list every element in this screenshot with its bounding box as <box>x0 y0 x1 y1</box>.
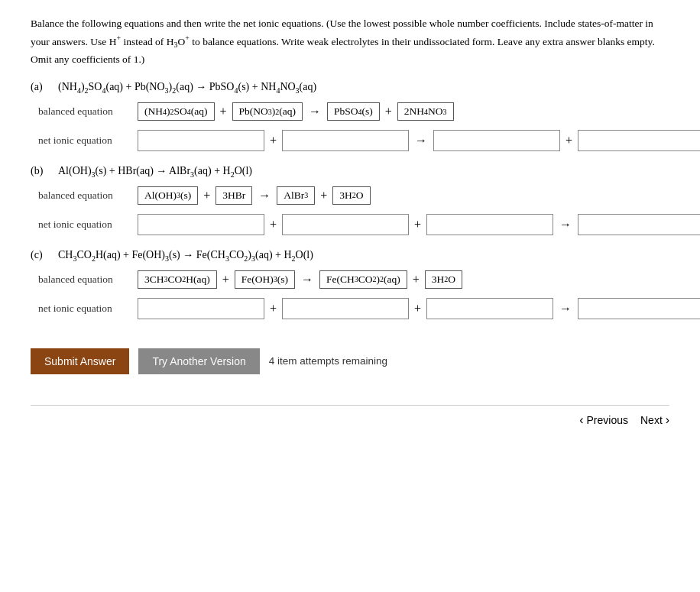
bal-a-term1: (NH4)2SO4(aq) <box>138 102 215 121</box>
section-b-net-eq: + + → + + <box>138 214 700 235</box>
bal-b-term1: Al(OH)3(s) <box>138 186 198 205</box>
section-c-balanced-row: balanced equation 3CH3CO2H(aq) + Fe(OH)3… <box>38 270 669 289</box>
net-b-input4[interactable] <box>578 214 700 235</box>
section-c-label: (c) <box>31 249 49 261</box>
balanced-equation-label-c: balanced equation <box>38 273 138 286</box>
net-b-op2: + <box>412 218 423 231</box>
section-c: (c) CH3CO2H(aq) + Fe(OH)3(s) → Fe(CH3CO2… <box>31 249 669 319</box>
chevron-left-icon: ‹ <box>579 413 583 426</box>
bal-c-term3: Fe(CH3CO2)2(aq) <box>319 270 407 289</box>
bal-a-term2: Pb(NO3)2(aq) <box>232 102 303 121</box>
bal-b-term4: 3H2O <box>332 186 370 205</box>
net-a-input1[interactable] <box>138 130 264 151</box>
bottom-bar: Submit Answer Try Another Version 4 item… <box>31 341 669 374</box>
next-link[interactable]: Next › <box>640 413 669 427</box>
net-ionic-label-b: net ionic equation <box>38 218 138 231</box>
section-b-header: (b) Al(OH)3(s) + HBr(aq) → AlBr3(aq) + H… <box>31 165 669 179</box>
section-a-label: (a) <box>31 81 49 93</box>
net-a-op1: + <box>267 134 279 147</box>
net-a-op2: + <box>563 134 575 147</box>
bal-a-op1: + <box>218 105 229 118</box>
bal-a-op2: + <box>383 105 394 118</box>
next-label: Next <box>640 414 663 426</box>
net-ionic-label-c: net ionic equation <box>38 302 138 315</box>
section-a-balanced-eq: (NH4)2SO4(aq) + Pb(NO3)2(aq) → PbSO4(s) … <box>138 102 454 121</box>
section-b-balanced-eq: Al(OH)3(s) + 3HBr → AlBr3 + 3H2O <box>138 186 371 205</box>
section-a: (a) (NH4)2SO4(aq) + Pb(NO3)2(aq) → PbSO4… <box>31 81 669 151</box>
section-b-net-row: net ionic equation + + → + + <box>38 214 669 235</box>
section-b-overall-eq: Al(OH)3(s) + HBr(aq) → AlBr3(aq) + H2O(l… <box>58 165 252 179</box>
net-b-op1: + <box>267 218 279 231</box>
net-c-op1: + <box>267 302 279 315</box>
net-c-input4[interactable] <box>578 298 700 319</box>
bal-a-term4: 2NH4NO3 <box>397 102 454 121</box>
net-c-op2: + <box>412 302 423 315</box>
section-c-balanced-eq: 3CH3CO2H(aq) + Fe(OH)3(s) → Fe(CH3CO2)2(… <box>138 270 462 289</box>
previous-label: Previous <box>587 414 628 426</box>
previous-link[interactable]: ‹ Previous <box>579 413 628 427</box>
section-c-net-row: net ionic equation + + → + + <box>38 298 669 319</box>
section-c-header: (c) CH3CO2H(aq) + Fe(OH)3(s) → Fe(CH3CO2… <box>31 249 669 263</box>
bal-b-op2: + <box>318 189 329 202</box>
section-a-balanced-row: balanced equation (NH4)2SO4(aq) + Pb(NO3… <box>38 102 669 121</box>
net-a-arrow: → <box>412 134 430 147</box>
instructions-text: Balance the following equations and then… <box>31 15 669 67</box>
net-a-input4[interactable] <box>578 130 700 151</box>
section-b-balanced-row: balanced equation Al(OH)3(s) + 3HBr → Al… <box>38 186 669 205</box>
section-a-overall-eq: (NH4)2SO4(aq) + Pb(NO3)2(aq) → PbSO4(s) … <box>58 81 316 95</box>
submit-button[interactable]: Submit Answer <box>31 348 129 374</box>
net-c-input3[interactable] <box>426 298 553 319</box>
bal-c-term2: Fe(OH)3(s) <box>235 270 295 289</box>
section-b: (b) Al(OH)3(s) + HBr(aq) → AlBr3(aq) + H… <box>31 165 669 235</box>
section-a-net-row: net ionic equation + → + <box>38 130 669 151</box>
bal-b-term2: 3HBr <box>216 186 252 205</box>
bal-c-term1: 3CH3CO2H(aq) <box>138 270 217 289</box>
bal-a-arrow: → <box>306 105 324 118</box>
net-c-arrow: → <box>556 302 575 315</box>
bal-c-arrow: → <box>298 273 316 286</box>
nav-bar: ‹ Previous Next › <box>31 405 669 427</box>
net-a-input2[interactable] <box>282 130 409 151</box>
net-b-input2[interactable] <box>282 214 409 235</box>
net-a-input3[interactable] <box>433 130 560 151</box>
bal-b-term3: AlBr3 <box>277 186 315 205</box>
balanced-equation-label-a: balanced equation <box>38 105 138 118</box>
section-b-label: (b) <box>31 165 49 177</box>
bal-b-arrow: → <box>255 189 274 202</box>
section-c-overall-eq: CH3CO2H(aq) + Fe(OH)3(s) → Fe(CH3CO2)3(a… <box>58 249 313 263</box>
net-c-input2[interactable] <box>282 298 409 319</box>
bal-c-op2: + <box>410 273 422 286</box>
section-c-net-eq: + + → + + <box>138 298 700 319</box>
net-ionic-label-a: net ionic equation <box>38 134 138 147</box>
net-b-input3[interactable] <box>426 214 553 235</box>
section-a-net-eq: + → + <box>138 130 700 151</box>
net-b-arrow: → <box>556 218 575 231</box>
chevron-right-icon: › <box>666 413 669 426</box>
bal-c-term4: 3H2O <box>425 270 462 289</box>
net-b-input1[interactable] <box>138 214 264 235</box>
attempts-text: 4 item attempts remaining <box>269 355 387 367</box>
bal-a-term3: PbSO4(s) <box>327 102 380 121</box>
try-another-button[interactable]: Try Another Version <box>138 348 259 374</box>
section-a-header: (a) (NH4)2SO4(aq) + Pb(NO3)2(aq) → PbSO4… <box>31 81 669 95</box>
net-c-input1[interactable] <box>138 298 264 319</box>
balanced-equation-label-b: balanced equation <box>38 189 138 202</box>
bal-b-op1: + <box>201 189 212 202</box>
bal-c-op1: + <box>220 273 232 286</box>
